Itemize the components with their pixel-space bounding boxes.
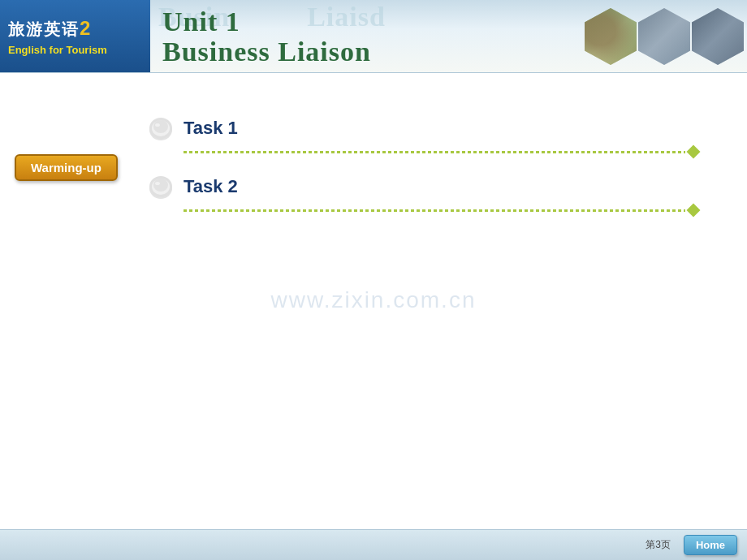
task-2-header: Task 2 bbox=[146, 172, 698, 201]
unit-title: Unit 1 Business Liaison bbox=[154, 0, 568, 73]
task-2-item[interactable]: Task 2 bbox=[146, 172, 698, 214]
home-button[interactable]: Home bbox=[684, 535, 737, 555]
task-2-label: Task 2 bbox=[184, 176, 238, 197]
warming-up-button[interactable]: Warming-up bbox=[15, 154, 118, 181]
task-1-line-track bbox=[184, 151, 685, 153]
task-2-icon bbox=[146, 172, 175, 201]
task-2-line-track bbox=[184, 209, 685, 212]
task-2-line bbox=[184, 206, 698, 214]
header: Busin Liaisd 旅游英语2 English for Tourism U… bbox=[0, 0, 747, 73]
task-1-line bbox=[184, 148, 698, 156]
svg-point-4 bbox=[155, 123, 160, 127]
header-images bbox=[576, 0, 747, 73]
english-subtitle: English for Tourism bbox=[8, 44, 107, 56]
task-1-item[interactable]: Task 1 bbox=[146, 114, 698, 156]
svg-point-3 bbox=[153, 120, 168, 133]
task-2-diamond bbox=[687, 204, 701, 218]
task-1-label: Task 1 bbox=[184, 118, 238, 139]
task-1-header: Task 1 bbox=[146, 114, 698, 143]
task-1-diamond bbox=[687, 145, 701, 159]
unit-line2: Business Liaison bbox=[162, 37, 568, 67]
svg-point-9 bbox=[155, 182, 160, 185]
hex-image-2 bbox=[638, 8, 690, 65]
header-brand: 旅游英语2 English for Tourism bbox=[0, 0, 150, 73]
unit-line1: Unit 1 bbox=[162, 6, 568, 37]
hex-image-1 bbox=[585, 8, 637, 65]
page-info: 第3页 bbox=[646, 538, 671, 552]
watermark: www.zixin.com.cn bbox=[271, 287, 477, 313]
task-1-icon bbox=[146, 114, 175, 143]
main-content: Warming-up www.zixin.com.cn Task 1 bbox=[0, 73, 747, 528]
svg-point-8 bbox=[153, 179, 168, 192]
footer: 第3页 Home bbox=[0, 529, 747, 560]
chinese-title: 旅游英语2 bbox=[8, 17, 92, 41]
hex-image-3 bbox=[692, 8, 744, 65]
tasks-container: Task 1 Task 2 bbox=[146, 114, 698, 230]
